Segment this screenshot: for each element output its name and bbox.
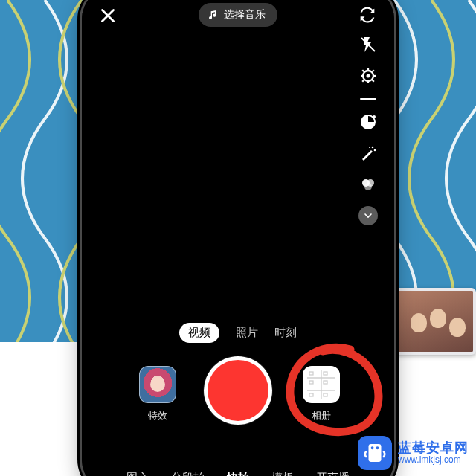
- svg-line-9: [373, 80, 374, 82]
- watermark-url: www.lmkjsj.com: [398, 455, 469, 466]
- album-label: 相册: [300, 409, 342, 422]
- rail-divider: [360, 98, 376, 100]
- svg-rect-24: [324, 372, 327, 375]
- mode-moment[interactable]: 时刻: [274, 326, 297, 340]
- tab-segment[interactable]: 分段拍: [171, 471, 205, 476]
- svg-line-8: [362, 70, 364, 71]
- settings-button[interactable]: [358, 65, 379, 86]
- tab-quickshot[interactable]: 快拍: [227, 471, 249, 476]
- magic-wand-icon: [359, 144, 377, 162]
- album-thumb-icon: [303, 366, 340, 403]
- gear-icon: [359, 67, 377, 85]
- flash-off-icon: [359, 36, 377, 54]
- flash-button[interactable]: [358, 34, 379, 55]
- mode-video[interactable]: 视频: [179, 323, 219, 343]
- svg-point-14: [372, 147, 374, 149]
- shutter-button[interactable]: [208, 360, 268, 421]
- svg-rect-25: [309, 381, 313, 384]
- chevron-down-icon: [362, 210, 374, 222]
- album-button[interactable]: 相册: [300, 366, 342, 422]
- svg-rect-28: [324, 393, 327, 396]
- bottom-tabs: 图文 分段拍 快拍 模板 开直播: [82, 471, 394, 476]
- svg-point-31: [376, 446, 379, 449]
- svg-line-11: [373, 70, 374, 71]
- flip-camera-icon: [357, 4, 378, 25]
- svg-point-13: [373, 115, 376, 118]
- effects-label: 特效: [137, 409, 178, 422]
- svg-rect-29: [369, 444, 382, 462]
- effects-button[interactable]: 特效: [137, 366, 178, 422]
- flip-camera-button[interactable]: [357, 4, 378, 25]
- svg-rect-27: [309, 393, 313, 396]
- svg-point-16: [369, 147, 370, 148]
- watermark-logo-icon: [358, 436, 392, 470]
- svg-rect-26: [324, 381, 327, 384]
- site-watermark: 蓝莓安卓网 www.lmkjsj.com: [355, 434, 472, 472]
- more-tools-button[interactable]: [358, 205, 379, 226]
- right-tool-rail: [356, 34, 381, 226]
- capture-mode-switcher: 视频 照片 时刻: [82, 323, 394, 343]
- svg-point-15: [374, 149, 376, 152]
- pip-video-tablet[interactable]: [393, 288, 476, 355]
- svg-line-10: [362, 80, 364, 82]
- select-music-button[interactable]: 选择音乐: [199, 3, 277, 27]
- color-filters-icon: [359, 176, 377, 193]
- camera-screen: 选择音乐: [82, 0, 394, 476]
- filters-button[interactable]: [358, 174, 379, 195]
- tab-live[interactable]: 开直播: [316, 471, 350, 476]
- effects-thumb-icon: [139, 366, 176, 403]
- timer-icon: [359, 113, 377, 131]
- mode-photo[interactable]: 照片: [236, 326, 258, 340]
- select-music-label: 选择音乐: [224, 8, 266, 22]
- close-icon: [98, 6, 118, 25]
- svg-point-3: [367, 74, 370, 78]
- beautify-button[interactable]: [358, 143, 379, 164]
- svg-point-30: [371, 446, 374, 449]
- music-note-icon: [208, 9, 219, 21]
- phone-frame: 选择音乐: [82, 0, 394, 476]
- tab-template[interactable]: 模板: [271, 471, 294, 476]
- timer-button[interactable]: [358, 112, 379, 132]
- tab-graphic[interactable]: 图文: [126, 471, 149, 476]
- watermark-title: 蓝莓安卓网: [398, 440, 469, 456]
- svg-point-19: [364, 183, 372, 190]
- close-button[interactable]: [98, 6, 118, 25]
- svg-rect-23: [309, 372, 313, 375]
